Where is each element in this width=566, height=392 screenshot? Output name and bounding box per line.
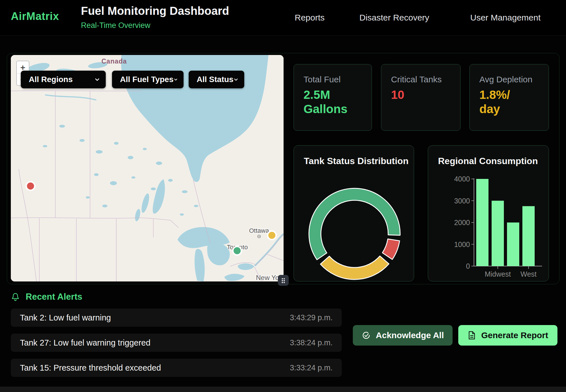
bar-3 bbox=[522, 206, 535, 266]
alerts-title: Recent Alerts bbox=[26, 292, 82, 302]
donut-segment-critical bbox=[382, 239, 400, 260]
acknowledge-all-button[interactable]: Acknowledge All bbox=[353, 325, 453, 346]
fuel-type-filter-select[interactable]: All Fuel Types bbox=[112, 71, 184, 88]
stat-value: 1.8%/day bbox=[479, 88, 539, 117]
alert-message: Tank 15: Pressure threshold exceeded bbox=[20, 363, 161, 373]
top-bar: AirMatrix Fuel Monitoring Dashboard Real… bbox=[0, 0, 566, 36]
chevron-down-icon bbox=[233, 77, 239, 82]
alert-row[interactable]: Tank 2: Low fuel warning 3:43:29 p.m. bbox=[11, 309, 342, 327]
bell-icon bbox=[11, 292, 20, 301]
bar-0 bbox=[476, 179, 488, 266]
alert-time: 3:43:29 p.m. bbox=[290, 313, 333, 322]
panel-regional-consumption: Regional Consumption 01000200030004000Mi… bbox=[428, 145, 549, 281]
stat-label: Critical Tanks bbox=[391, 75, 451, 84]
chevron-down-icon bbox=[94, 77, 100, 82]
map-label-ottawa: Ottawa bbox=[249, 227, 269, 234]
tank-marker-normal[interactable] bbox=[233, 246, 241, 255]
map-canvas[interactable]: Canada Ottawa Toronto New York bbox=[11, 55, 284, 281]
y-tick-label: 0 bbox=[466, 262, 470, 270]
alert-time: 3:33:24 p.m. bbox=[290, 364, 333, 372]
stat-card-critical-tanks: Critical Tanks 10 bbox=[381, 64, 461, 131]
x-tick-label: West bbox=[520, 270, 537, 278]
donut-segment-warning bbox=[320, 256, 389, 279]
status-filter-select[interactable]: All Status bbox=[189, 71, 244, 88]
drag-dots-icon bbox=[280, 277, 287, 284]
y-tick-label: 3000 bbox=[454, 197, 470, 205]
tank-marker-critical[interactable] bbox=[26, 182, 35, 190]
region-filter-select[interactable]: All Regions bbox=[21, 71, 106, 88]
stat-value: 2.5MGallons bbox=[304, 88, 362, 117]
nav-item-user-management[interactable]: User Management bbox=[470, 13, 541, 23]
map[interactable]: Canada Ottawa Toronto New York + − All R… bbox=[11, 55, 284, 281]
map-label-country: Canada bbox=[101, 58, 127, 65]
fuel-type-filter-value: All Fuel Types bbox=[120, 75, 174, 84]
status-filter-value: All Status bbox=[197, 75, 233, 84]
y-tick-label: 4000 bbox=[454, 175, 470, 183]
alert-time: 3:38:24 p.m. bbox=[290, 338, 333, 347]
bar-1 bbox=[492, 201, 504, 266]
fuel-monitoring-dashboard: AirMatrix Fuel Monitoring Dashboard Real… bbox=[0, 0, 566, 392]
town-dot-icon bbox=[258, 236, 259, 237]
y-tick-label: 1000 bbox=[454, 240, 470, 248]
panel-tank-status-distribution: Tank Status Distribution bbox=[294, 145, 414, 281]
nav-item-reports[interactable]: Reports bbox=[295, 13, 325, 23]
alerts-header: Recent Alerts bbox=[11, 292, 82, 302]
map-resize-handle[interactable] bbox=[278, 275, 289, 286]
bar-2 bbox=[507, 222, 519, 266]
page-title: Fuel Monitoring Dashboard bbox=[81, 5, 229, 17]
stat-value: 10 bbox=[391, 88, 451, 102]
alert-message: Tank 27: Low fuel warning triggered bbox=[20, 338, 150, 348]
stat-label: Avg Depletion bbox=[479, 75, 539, 84]
alert-row[interactable]: Tank 27: Low fuel warning triggered 3:38… bbox=[11, 334, 342, 352]
nav-item-disaster-recovery[interactable]: Disaster Recovery bbox=[359, 13, 429, 23]
chevron-down-icon bbox=[174, 77, 178, 82]
brand-logo[interactable]: AirMatrix bbox=[11, 10, 59, 23]
stat-card-total-fuel: Total Fuel 2.5MGallons bbox=[294, 64, 372, 131]
stat-card-avg-depletion: Avg Depletion 1.8%/day bbox=[469, 64, 549, 131]
acknowledge-all-label: Acknowledge All bbox=[376, 330, 444, 340]
y-tick-label: 2000 bbox=[454, 219, 470, 226]
stat-label: Total Fuel bbox=[304, 75, 362, 84]
generate-report-button[interactable]: Generate Report bbox=[458, 325, 557, 346]
tank-status-donut-chart bbox=[294, 146, 414, 282]
generate-report-label: Generate Report bbox=[481, 330, 548, 340]
document-icon bbox=[467, 331, 476, 340]
page-subtitle: Real-Time Overview bbox=[81, 21, 150, 30]
tank-marker-warning[interactable] bbox=[268, 231, 276, 240]
regional-consumption-bar-chart: 01000200030004000MidwestWest bbox=[428, 146, 549, 282]
x-tick-label: Midwest bbox=[485, 270, 511, 278]
check-circle-icon bbox=[362, 331, 371, 340]
region-filter-value: All Regions bbox=[29, 75, 73, 84]
bottom-bar bbox=[0, 387, 566, 392]
alert-row[interactable]: Tank 15: Pressure threshold exceeded 3:3… bbox=[11, 359, 342, 377]
alert-message: Tank 2: Low fuel warning bbox=[20, 313, 111, 322]
